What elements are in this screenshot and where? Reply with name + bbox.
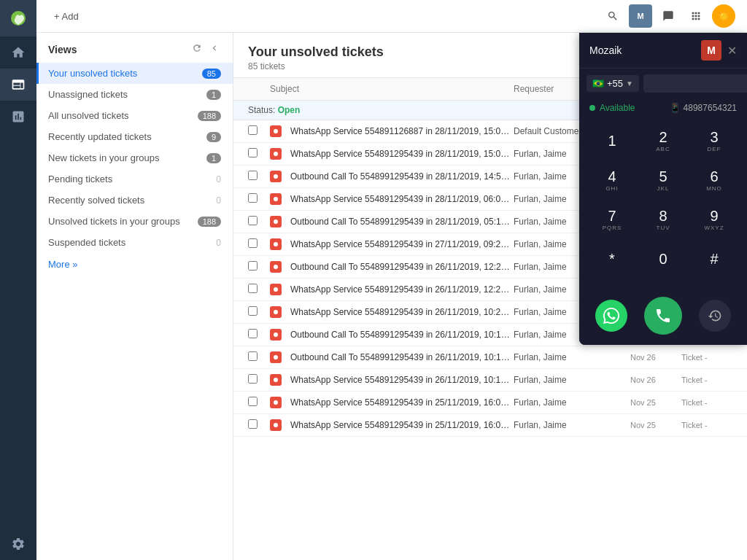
ticket-type-icon bbox=[270, 125, 285, 137]
dialpad-key-sub: GHI bbox=[605, 185, 618, 192]
sidebar-item-badge-zero: 0 bbox=[216, 174, 221, 184]
nav-home[interactable] bbox=[0, 36, 36, 69]
ticket-subject: WhatsApp Service 554891295439 in 26/11/2… bbox=[290, 307, 514, 317]
sidebar-item-recently-solved[interactable]: Recently solved tickets 0 bbox=[36, 190, 233, 211]
phone-number-display: 📱 48987654321 bbox=[670, 103, 737, 113]
weather-widget[interactable]: ☀️ bbox=[712, 4, 735, 28]
dialpad-key-7[interactable]: 7 PQRS bbox=[591, 202, 633, 237]
call-button[interactable] bbox=[644, 297, 682, 335]
ticket-requester: Furlan, Jaime bbox=[514, 420, 630, 430]
apps-button[interactable] bbox=[684, 4, 708, 28]
ticket-subject: Outbound Call To 5548991295439 in 26/11/… bbox=[290, 352, 514, 362]
sidebar-title: Views bbox=[48, 44, 77, 55]
dialpad-key-#[interactable]: # bbox=[693, 241, 735, 276]
sidebar-item-label: Pending tickets bbox=[48, 174, 112, 184]
table-row[interactable]: WhatsApp Service 554891295439 in 26/11/2… bbox=[233, 369, 747, 392]
sidebar-item-label: All unsolved tickets bbox=[48, 110, 129, 121]
dialpad-key-number: * bbox=[609, 252, 615, 266]
row-checkbox[interactable] bbox=[248, 238, 270, 250]
sidebar-item-new-in-groups[interactable]: New tickets in your groups 1 bbox=[36, 147, 233, 168]
phone-country-selector[interactable]: 🇧🇷 +55 ▼ bbox=[587, 75, 639, 92]
flag-emoji: 🇧🇷 bbox=[592, 78, 604, 89]
row-checkbox[interactable] bbox=[248, 216, 270, 228]
ticket-type: Ticket - bbox=[681, 421, 732, 429]
dialpad-key-sub: JKL bbox=[657, 185, 670, 192]
sidebar-more-link[interactable]: More » bbox=[36, 253, 233, 276]
row-checkbox[interactable] bbox=[248, 374, 270, 386]
dialpad-key-number: 3 bbox=[710, 130, 718, 144]
sidebar-item-label: Recently solved tickets bbox=[48, 195, 144, 206]
ticket-type-icon bbox=[270, 284, 285, 295]
top-header: + Add M ☀️ bbox=[36, 0, 747, 33]
dialpad-key-4[interactable]: 4 GHI bbox=[591, 163, 633, 198]
sidebar-item-label: Suspended tickets bbox=[48, 237, 125, 248]
refresh-button[interactable] bbox=[190, 42, 204, 57]
table-row[interactable]: WhatsApp Service 554891295439 in 25/11/2… bbox=[233, 414, 747, 437]
ticket-type-icon bbox=[270, 216, 285, 228]
row-checkbox[interactable] bbox=[248, 351, 270, 363]
sidebar-item-suspended[interactable]: Suspended tickets 0 bbox=[36, 232, 233, 253]
row-checkbox[interactable] bbox=[248, 148, 270, 160]
ticket-type-icon bbox=[270, 374, 285, 386]
row-checkbox[interactable] bbox=[248, 171, 270, 182]
phone-number-input[interactable] bbox=[643, 74, 747, 93]
dialpad-key-5[interactable]: 5 JKL bbox=[642, 163, 684, 198]
nav-reports[interactable] bbox=[0, 101, 36, 133]
nav-tickets[interactable] bbox=[0, 69, 36, 101]
ticket-type-icon bbox=[270, 238, 285, 250]
dialpad-key-3[interactable]: 3 DEF bbox=[693, 123, 735, 158]
call-history-button[interactable] bbox=[699, 300, 731, 332]
dialpad-key-number: 9 bbox=[710, 209, 718, 223]
nav-settings[interactable] bbox=[0, 528, 36, 560]
th-subject: Subject bbox=[270, 84, 514, 94]
ticket-requester: Furlan, Jaime bbox=[514, 397, 630, 408]
dialpad-key-2[interactable]: 2 ABC bbox=[642, 123, 684, 158]
dialpad-key-1[interactable]: 1 bbox=[591, 123, 633, 158]
sidebar-item-badge: 188 bbox=[198, 111, 221, 121]
row-checkbox[interactable] bbox=[248, 261, 270, 273]
row-checkbox[interactable] bbox=[248, 284, 270, 295]
ticket-type-icon bbox=[270, 171, 285, 182]
dialpad-key-0[interactable]: 0 bbox=[642, 241, 684, 276]
dialpad-actions bbox=[579, 297, 747, 345]
sidebar-item-unassigned[interactable]: Unassigned tickets 1 bbox=[36, 84, 233, 105]
dialpad-key-number: 4 bbox=[608, 169, 616, 184]
sidebar-item-label: Unsolved tickets in your groups bbox=[48, 216, 180, 227]
sidebar-header-actions bbox=[190, 42, 221, 57]
dialpad-key-number: 0 bbox=[659, 252, 667, 266]
row-checkbox[interactable] bbox=[248, 306, 270, 318]
row-checkbox[interactable] bbox=[248, 329, 270, 341]
search-button[interactable] bbox=[601, 4, 624, 28]
dialpad-key-6[interactable]: 6 MNO bbox=[693, 163, 735, 198]
row-checkbox[interactable] bbox=[248, 397, 270, 408]
user-avatar-m[interactable]: M bbox=[629, 4, 652, 28]
sidebar-item-your-unsolved[interactable]: Your unsolved tickets 85 bbox=[36, 63, 233, 84]
sidebar-item-all-unsolved[interactable]: All unsolved tickets 188 bbox=[36, 105, 233, 126]
app-logo[interactable] bbox=[0, 0, 36, 36]
dialpad-key-8[interactable]: 8 TUV bbox=[642, 202, 684, 237]
ticket-subject: WhatsApp Service 554891295439 in 26/11/2… bbox=[290, 375, 514, 385]
sidebar-item-pending[interactable]: Pending tickets 0 bbox=[36, 168, 233, 190]
row-checkbox[interactable] bbox=[248, 193, 270, 205]
table-row[interactable]: Outbound Call To 5548991295439 in 26/11/… bbox=[233, 346, 747, 369]
chat-button[interactable] bbox=[657, 4, 680, 28]
phone-close-button[interactable]: ✕ bbox=[727, 44, 737, 58]
row-checkbox[interactable] bbox=[248, 125, 270, 137]
add-button[interactable]: + Add bbox=[48, 8, 85, 25]
table-row[interactable]: WhatsApp Service 554891295439 in 25/11/2… bbox=[233, 392, 747, 414]
collapse-sidebar-button[interactable] bbox=[208, 42, 221, 57]
dialpad-key-sub: DEF bbox=[708, 146, 721, 152]
sidebar-item-badge: 1 bbox=[206, 90, 221, 100]
row-checkbox[interactable] bbox=[248, 419, 270, 431]
whatsapp-button[interactable] bbox=[595, 300, 627, 332]
dialpad-key-number: 5 bbox=[659, 169, 667, 184]
dialpad-key-9[interactable]: 9 WXYZ bbox=[693, 202, 735, 237]
ticket-requester: Furlan, Jaime bbox=[514, 375, 630, 385]
dialpad-key-*[interactable]: * bbox=[591, 241, 633, 276]
sidebar-item-recently-updated[interactable]: Recently updated tickets 9 bbox=[36, 126, 233, 147]
sidebar-item-unsolved-in-groups[interactable]: Unsolved tickets in your groups 188 bbox=[36, 211, 233, 232]
ticket-subject: Outbound Call To 5548991295439 in 28/11/… bbox=[290, 217, 514, 227]
ticket-date: Nov 26 bbox=[630, 353, 681, 362]
dialpad-key-sub: ABC bbox=[656, 146, 670, 152]
ticket-type-icon bbox=[270, 261, 285, 273]
